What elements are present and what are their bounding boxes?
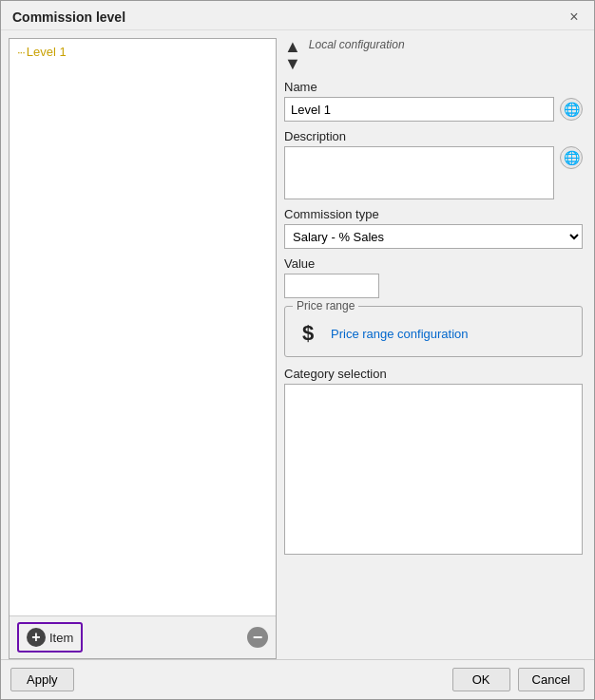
left-bottom-bar: + Item − bbox=[10, 615, 276, 658]
move-up-button[interactable]: ▲ bbox=[284, 38, 301, 55]
description-input[interactable] bbox=[284, 146, 554, 199]
right-panel: ▲ ▼ Local configuration Name 🌐 Descripti… bbox=[277, 30, 594, 659]
description-globe-button[interactable]: 🌐 bbox=[560, 146, 583, 169]
add-item-label: Item bbox=[49, 631, 73, 645]
footer-right: OK Cancel bbox=[452, 668, 585, 691]
name-field-row: 🌐 bbox=[284, 97, 583, 122]
add-item-button[interactable]: + Item bbox=[17, 622, 83, 653]
name-field-label: Name bbox=[284, 80, 583, 94]
tree-item-label: Level 1 bbox=[27, 45, 67, 59]
apply-button[interactable]: Apply bbox=[10, 668, 74, 691]
arrows-section: ▲ ▼ Local configuration bbox=[284, 38, 583, 72]
name-globe-button[interactable]: 🌐 bbox=[560, 98, 583, 121]
description-field-label: Description bbox=[284, 129, 583, 143]
move-down-button[interactable]: ▼ bbox=[284, 55, 301, 72]
value-field-label: Value bbox=[284, 256, 583, 271]
description-field-row: 🌐 bbox=[284, 146, 583, 199]
tree-item-dots: ··· bbox=[17, 45, 25, 59]
price-range-group: Price range $ Price range configuration bbox=[284, 306, 583, 357]
price-range-content: $ Price range configuration bbox=[293, 314, 574, 349]
commission-level-dialog: Commission level × ··· Level 1 + Item − bbox=[0, 0, 595, 700]
commission-type-label: Commission type bbox=[284, 207, 583, 221]
right-scroll-area[interactable]: ▲ ▼ Local configuration Name 🌐 Descripti… bbox=[284, 38, 586, 659]
cancel-button[interactable]: Cancel bbox=[518, 668, 585, 691]
category-selection-label: Category selection bbox=[284, 367, 583, 381]
price-range-link[interactable]: Price range configuration bbox=[331, 327, 469, 341]
footer: Apply OK Cancel bbox=[1, 659, 594, 699]
commission-type-select[interactable]: Salary - % Sales Fixed Amount % of Sales bbox=[284, 224, 583, 249]
dollar-sign-icon: $ bbox=[293, 318, 323, 349]
price-range-legend: Price range bbox=[293, 299, 358, 312]
remove-icon: − bbox=[253, 629, 263, 646]
add-icon: + bbox=[27, 628, 46, 647]
close-button[interactable]: × bbox=[566, 9, 583, 26]
order-arrows: ▲ ▼ bbox=[284, 38, 301, 72]
category-selection-box[interactable] bbox=[284, 384, 583, 555]
tree-item-level1[interactable]: ··· Level 1 bbox=[13, 43, 272, 61]
title-bar: Commission level × bbox=[1, 1, 594, 30]
dialog-title: Commission level bbox=[12, 9, 125, 25]
main-content: ··· Level 1 + Item − ▲ bbox=[1, 30, 594, 659]
footer-left: Apply bbox=[10, 668, 74, 691]
remove-item-button[interactable]: − bbox=[247, 627, 268, 648]
left-panel: ··· Level 1 + Item − bbox=[9, 38, 277, 659]
ok-button[interactable]: OK bbox=[452, 668, 510, 691]
local-config-label: Local configuration bbox=[309, 38, 405, 51]
tree-area: ··· Level 1 bbox=[10, 39, 276, 615]
value-input[interactable] bbox=[284, 274, 379, 298]
name-input[interactable] bbox=[284, 97, 554, 122]
